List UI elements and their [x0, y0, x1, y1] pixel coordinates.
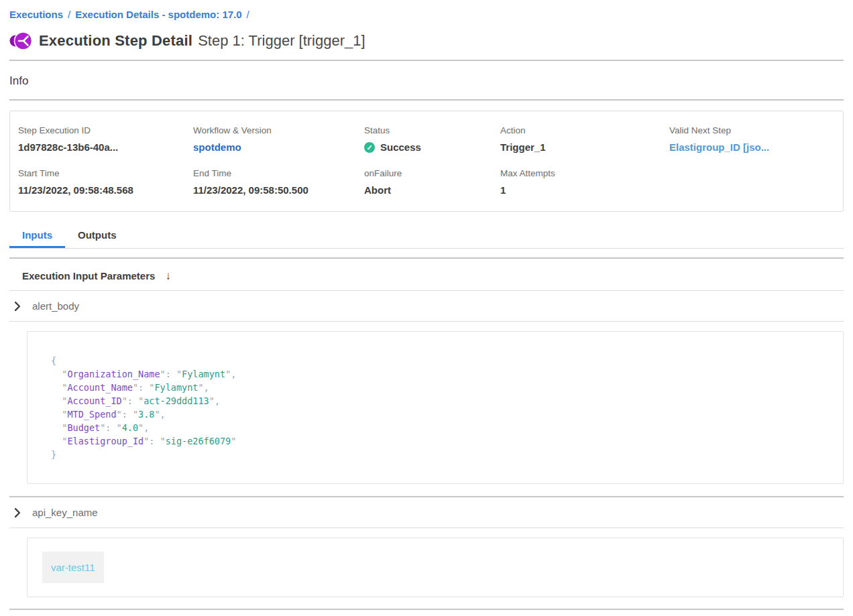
field-max-attempts: Max Attempts 1	[500, 168, 669, 196]
max-attempts-value: 1	[500, 184, 669, 196]
api-key-name-chip: var-test11	[42, 552, 104, 583]
param-row-api-key-name[interactable]: api_key_name	[9, 497, 844, 528]
on-failure-value: Abort	[364, 184, 500, 196]
success-check-icon: ✓	[364, 142, 375, 153]
breadcrumb-link-execution-details[interactable]: Execution Details - spotdemo: 17.0	[75, 9, 241, 20]
step-execution-id-value: 1d97828c-13b6-40a...	[18, 141, 193, 153]
workflow-link[interactable]: spotdemo	[193, 141, 364, 153]
param-divider	[9, 321, 844, 322]
field-start-time: Start Time 11/23/2022, 09:58:48.568	[18, 168, 193, 196]
info-heading: Info	[9, 61, 844, 88]
status-badge: ✓ Success	[364, 141, 500, 153]
field-label: Action	[500, 125, 669, 135]
field-label: Start Time	[18, 168, 193, 178]
param-divider	[9, 528, 844, 528]
status-text: Success	[380, 141, 421, 153]
json-code: { "Organization_Name": "Fylamynt", "Acco…	[51, 354, 830, 461]
field-end-time: End Time 11/23/2022, 09:58:50.500	[193, 168, 364, 196]
param-row-alert-body[interactable]: alert_body	[9, 291, 844, 321]
start-time-value: 11/23/2022, 09:58:48.568	[18, 184, 193, 196]
collapse-all-arrow-icon[interactable]: ↓	[165, 270, 171, 282]
alert-body-json-box: { "Organization_Name": "Fylamynt", "Acco…	[27, 331, 844, 484]
tab-inputs[interactable]: Inputs	[9, 228, 65, 248]
field-label: Step Execution ID	[18, 125, 193, 135]
page-header: Execution Step Detail Step 1: Trigger [t…	[9, 31, 844, 51]
execution-input-parameters-header: Execution Input Parameters ↓	[9, 259, 844, 290]
breadcrumb-link-executions[interactable]: Executions	[9, 9, 63, 20]
breadcrumb-separator: /	[247, 9, 249, 20]
api-key-name-value-box: var-test11	[27, 538, 844, 597]
tab-bar: Inputs Outputs	[9, 228, 844, 249]
field-label: End Time	[193, 168, 364, 178]
chevron-right-icon	[14, 302, 21, 311]
param-name: api_key_name	[32, 507, 98, 518]
field-label: Valid Next Step	[669, 125, 835, 135]
section-title: Execution Input Parameters	[22, 270, 155, 282]
param-name: alert_body	[32, 300, 79, 312]
field-workflow-version: Workflow & Version spotdemo	[193, 125, 364, 153]
field-label: Status	[364, 125, 500, 135]
empty-cell	[669, 168, 835, 196]
param-row-api-key-value[interactable]: api_key_value	[9, 610, 844, 616]
field-step-execution-id: Step Execution ID 1d97828c-13b6-40a...	[18, 125, 193, 153]
field-on-failure: onFailure Abort	[364, 168, 500, 196]
page-subtitle: Step 1: Trigger [trigger_1]	[198, 32, 365, 50]
breadcrumb: Executions/Execution Details - spotdemo:…	[9, 0, 844, 20]
field-label: Max Attempts	[500, 168, 669, 178]
info-divider	[9, 99, 844, 101]
chevron-right-icon	[14, 508, 21, 517]
field-action: Action Trigger_1	[500, 125, 669, 153]
tab-outputs[interactable]: Outputs	[65, 228, 129, 248]
fylamynt-logo-icon	[9, 31, 32, 51]
field-valid-next-step: Valid Next Step Elastigroup_ID [jso...	[669, 125, 835, 153]
field-label: Workflow & Version	[193, 125, 364, 135]
action-value: Trigger_1	[500, 141, 669, 153]
info-card: Step Execution ID 1d97828c-13b6-40a... W…	[9, 111, 844, 212]
end-time-value: 11/23/2022, 09:58:50.500	[193, 184, 364, 196]
breadcrumb-separator: /	[68, 9, 70, 20]
field-status: Status ✓ Success	[364, 125, 500, 153]
execution-step-detail-page: Executions/Execution Details - spotdemo:…	[0, 0, 853, 616]
valid-next-step-link[interactable]: Elastigroup_ID [jso...	[669, 141, 835, 153]
field-label: onFailure	[364, 168, 500, 178]
page-title: Execution Step Detail	[39, 32, 192, 50]
